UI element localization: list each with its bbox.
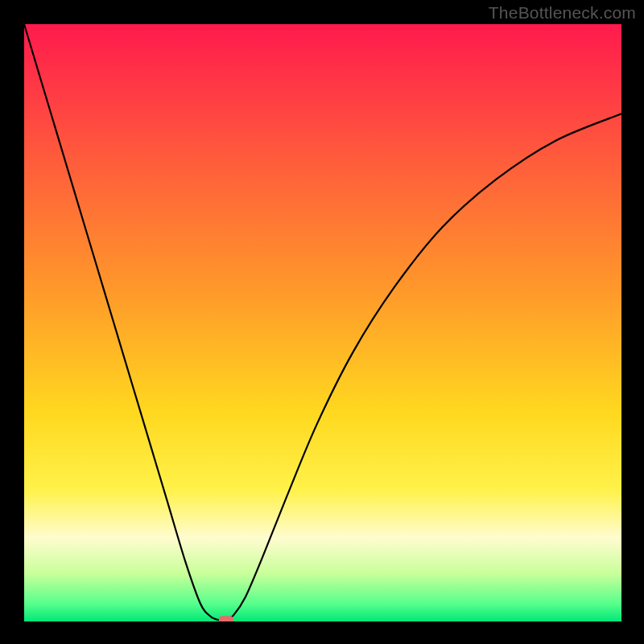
bottleneck-chart — [0, 0, 644, 644]
min-point-marker — [219, 616, 233, 625]
watermark-text: TheBottleneck.com — [489, 3, 636, 23]
chart-stage: TheBottleneck.com — [0, 0, 644, 644]
